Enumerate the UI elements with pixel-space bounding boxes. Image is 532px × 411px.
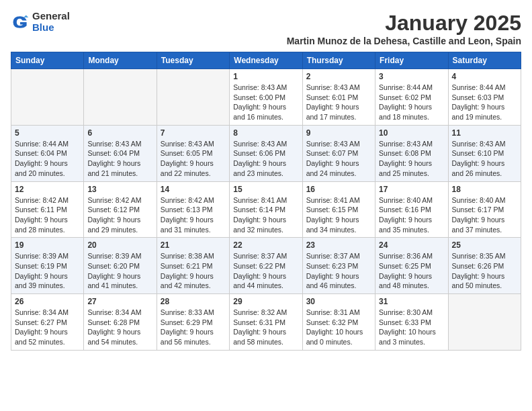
weekday-header-saturday: Saturday <box>448 52 521 69</box>
logo: General Blue <box>11 11 70 33</box>
day-number: 3 <box>379 72 444 81</box>
calendar-cell: 17Sunrise: 8:40 AM Sunset: 6:16 PM Dayli… <box>375 181 448 238</box>
calendar-cell <box>84 69 157 126</box>
day-info: Sunrise: 8:43 AM Sunset: 6:05 PM Dayligh… <box>161 139 226 179</box>
weekday-header-tuesday: Tuesday <box>157 52 229 69</box>
day-number: 27 <box>87 297 152 306</box>
calendar-cell <box>11 69 84 126</box>
day-info: Sunrise: 8:43 AM Sunset: 6:00 PM Dayligh… <box>233 83 298 122</box>
calendar-cell: 16Sunrise: 8:41 AM Sunset: 6:15 PM Dayli… <box>302 181 375 238</box>
weekday-header-row: SundayMondayTuesdayWednesdayThursdayFrid… <box>11 52 521 69</box>
calendar-week-row: 26Sunrise: 8:34 AM Sunset: 6:27 PM Dayli… <box>11 294 521 351</box>
calendar-cell: 25Sunrise: 8:35 AM Sunset: 6:26 PM Dayli… <box>448 238 521 294</box>
calendar-cell: 23Sunrise: 8:37 AM Sunset: 6:23 PM Dayli… <box>302 238 375 294</box>
calendar-cell: 28Sunrise: 8:33 AM Sunset: 6:29 PM Dayli… <box>157 294 229 351</box>
calendar-week-row: 19Sunrise: 8:39 AM Sunset: 6:19 PM Dayli… <box>11 238 521 294</box>
calendar-cell: 14Sunrise: 8:42 AM Sunset: 6:13 PM Dayli… <box>157 181 229 238</box>
day-info: Sunrise: 8:39 AM Sunset: 6:19 PM Dayligh… <box>15 251 80 291</box>
day-info: Sunrise: 8:32 AM Sunset: 6:31 PM Dayligh… <box>233 308 298 347</box>
day-info: Sunrise: 8:33 AM Sunset: 6:29 PM Dayligh… <box>161 308 226 347</box>
day-number: 29 <box>233 297 298 306</box>
day-number: 18 <box>452 185 517 194</box>
location-title: Martin Munoz de la Dehesa, Castille and … <box>287 36 521 46</box>
day-number: 26 <box>15 297 80 306</box>
day-info: Sunrise: 8:31 AM Sunset: 6:32 PM Dayligh… <box>306 308 371 347</box>
day-number: 28 <box>161 297 226 306</box>
day-number: 30 <box>306 297 371 306</box>
day-info: Sunrise: 8:39 AM Sunset: 6:20 PM Dayligh… <box>87 251 152 291</box>
calendar-cell: 13Sunrise: 8:42 AM Sunset: 6:12 PM Dayli… <box>84 181 157 238</box>
calendar-cell: 15Sunrise: 8:41 AM Sunset: 6:14 PM Dayli… <box>230 181 302 238</box>
day-info: Sunrise: 8:43 AM Sunset: 6:07 PM Dayligh… <box>306 139 371 179</box>
day-info: Sunrise: 8:35 AM Sunset: 6:26 PM Dayligh… <box>452 251 517 291</box>
day-number: 2 <box>306 72 371 81</box>
day-info: Sunrise: 8:30 AM Sunset: 6:33 PM Dayligh… <box>379 308 444 347</box>
day-number: 12 <box>15 185 80 194</box>
calendar-cell: 1Sunrise: 8:43 AM Sunset: 6:00 PM Daylig… <box>230 69 302 126</box>
calendar-cell: 18Sunrise: 8:40 AM Sunset: 6:17 PM Dayli… <box>448 181 521 238</box>
day-number: 13 <box>87 185 152 194</box>
calendar-cell: 24Sunrise: 8:36 AM Sunset: 6:25 PM Dayli… <box>375 238 448 294</box>
calendar-cell: 11Sunrise: 8:43 AM Sunset: 6:10 PM Dayli… <box>448 125 521 181</box>
day-info: Sunrise: 8:41 AM Sunset: 6:14 PM Dayligh… <box>233 195 298 235</box>
day-number: 11 <box>452 128 517 138</box>
calendar-cell: 29Sunrise: 8:32 AM Sunset: 6:31 PM Dayli… <box>230 294 302 351</box>
calendar-cell: 12Sunrise: 8:42 AM Sunset: 6:11 PM Dayli… <box>11 181 84 238</box>
calendar-week-row: 12Sunrise: 8:42 AM Sunset: 6:11 PM Dayli… <box>11 181 521 238</box>
day-info: Sunrise: 8:43 AM Sunset: 6:08 PM Dayligh… <box>379 139 444 179</box>
calendar-cell: 26Sunrise: 8:34 AM Sunset: 6:27 PM Dayli… <box>11 294 84 351</box>
day-number: 6 <box>87 128 152 138</box>
day-number: 25 <box>452 240 517 250</box>
weekday-header-sunday: Sunday <box>11 52 84 69</box>
logo-text: General Blue <box>32 11 70 33</box>
calendar-cell: 6Sunrise: 8:43 AM Sunset: 6:04 PM Daylig… <box>84 125 157 181</box>
day-info: Sunrise: 8:44 AM Sunset: 6:02 PM Dayligh… <box>379 83 444 122</box>
day-number: 5 <box>15 128 80 138</box>
calendar-cell: 19Sunrise: 8:39 AM Sunset: 6:19 PM Dayli… <box>11 238 84 294</box>
month-title: January 2025 <box>287 11 521 36</box>
day-number: 24 <box>379 240 444 250</box>
calendar-table: SundayMondayTuesdayWednesdayThursdayFrid… <box>11 52 521 351</box>
calendar-cell: 20Sunrise: 8:39 AM Sunset: 6:20 PM Dayli… <box>84 238 157 294</box>
day-info: Sunrise: 8:44 AM Sunset: 6:04 PM Dayligh… <box>15 139 80 179</box>
calendar-cell: 21Sunrise: 8:38 AM Sunset: 6:21 PM Dayli… <box>157 238 229 294</box>
day-info: Sunrise: 8:43 AM Sunset: 6:01 PM Dayligh… <box>306 83 371 122</box>
day-info: Sunrise: 8:42 AM Sunset: 6:13 PM Dayligh… <box>161 195 226 235</box>
weekday-header-thursday: Thursday <box>302 52 375 69</box>
day-info: Sunrise: 8:42 AM Sunset: 6:11 PM Dayligh… <box>15 195 80 235</box>
day-number: 17 <box>379 185 444 194</box>
logo-blue-text: Blue <box>32 22 70 34</box>
calendar-cell: 7Sunrise: 8:43 AM Sunset: 6:05 PM Daylig… <box>157 125 229 181</box>
day-number: 4 <box>452 72 517 81</box>
title-block: January 2025 Martin Munoz de la Dehesa, … <box>287 11 521 46</box>
day-number: 10 <box>379 128 444 138</box>
calendar-cell: 8Sunrise: 8:43 AM Sunset: 6:06 PM Daylig… <box>230 125 302 181</box>
day-number: 20 <box>87 240 152 250</box>
calendar-cell: 31Sunrise: 8:30 AM Sunset: 6:33 PM Dayli… <box>375 294 448 351</box>
calendar-cell: 30Sunrise: 8:31 AM Sunset: 6:32 PM Dayli… <box>302 294 375 351</box>
day-number: 16 <box>306 185 371 194</box>
day-info: Sunrise: 8:40 AM Sunset: 6:16 PM Dayligh… <box>379 195 444 235</box>
weekday-header-friday: Friday <box>375 52 448 69</box>
day-number: 31 <box>379 297 444 306</box>
page-header: General Blue January 2025 Martin Munoz d… <box>11 11 521 46</box>
day-info: Sunrise: 8:43 AM Sunset: 6:06 PM Dayligh… <box>233 139 298 179</box>
day-info: Sunrise: 8:44 AM Sunset: 6:03 PM Dayligh… <box>452 83 517 122</box>
day-info: Sunrise: 8:37 AM Sunset: 6:22 PM Dayligh… <box>233 251 298 291</box>
day-info: Sunrise: 8:37 AM Sunset: 6:23 PM Dayligh… <box>306 251 371 291</box>
day-info: Sunrise: 8:40 AM Sunset: 6:17 PM Dayligh… <box>452 195 517 235</box>
day-number: 19 <box>15 240 80 250</box>
day-info: Sunrise: 8:34 AM Sunset: 6:27 PM Dayligh… <box>15 308 80 347</box>
day-number: 23 <box>306 240 371 250</box>
calendar-cell: 27Sunrise: 8:34 AM Sunset: 6:28 PM Dayli… <box>84 294 157 351</box>
calendar-cell: 10Sunrise: 8:43 AM Sunset: 6:08 PM Dayli… <box>375 125 448 181</box>
calendar-cell: 3Sunrise: 8:44 AM Sunset: 6:02 PM Daylig… <box>375 69 448 126</box>
day-info: Sunrise: 8:43 AM Sunset: 6:10 PM Dayligh… <box>452 139 517 179</box>
day-info: Sunrise: 8:34 AM Sunset: 6:28 PM Dayligh… <box>87 308 152 347</box>
calendar-week-row: 5Sunrise: 8:44 AM Sunset: 6:04 PM Daylig… <box>11 125 521 181</box>
day-number: 22 <box>233 240 298 250</box>
calendar-week-row: 1Sunrise: 8:43 AM Sunset: 6:00 PM Daylig… <box>11 69 521 126</box>
day-info: Sunrise: 8:41 AM Sunset: 6:15 PM Dayligh… <box>306 195 371 235</box>
day-info: Sunrise: 8:36 AM Sunset: 6:25 PM Dayligh… <box>379 251 444 291</box>
logo-icon <box>11 13 30 32</box>
